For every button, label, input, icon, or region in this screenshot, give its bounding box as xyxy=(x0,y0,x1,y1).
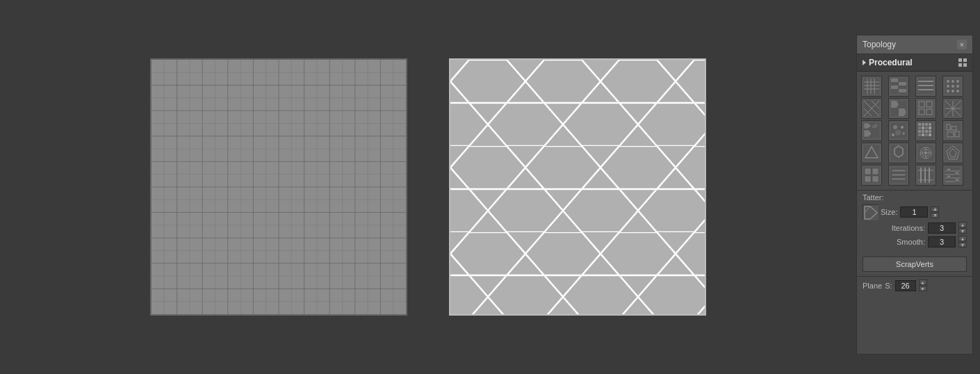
svg-rect-158 xyxy=(955,172,959,174)
svg-rect-118 xyxy=(929,133,931,136)
svg-rect-45 xyxy=(963,58,967,62)
smooth-spin-up[interactable]: ▲ xyxy=(958,236,967,241)
smooth-input[interactable] xyxy=(928,236,956,247)
scrapverts-button[interactable]: ScrapVerts xyxy=(863,257,967,272)
s-spinner: ▲ ▼ xyxy=(919,279,927,291)
svg-rect-159 xyxy=(947,175,951,178)
svg-rect-139 xyxy=(872,168,879,174)
svg-rect-104 xyxy=(922,123,924,126)
svg-point-73 xyxy=(956,90,959,92)
svg-rect-115 xyxy=(918,133,921,136)
pattern-item-1[interactable] xyxy=(861,76,882,97)
s-spin-up[interactable]: ▲ xyxy=(919,279,927,285)
s-input[interactable] xyxy=(895,280,916,291)
iterations-row: Iterations: ▲ ▼ xyxy=(863,222,967,234)
size-spin-down[interactable]: ▼ xyxy=(931,213,939,218)
svg-rect-143 xyxy=(892,170,906,172)
svg-point-97 xyxy=(893,125,897,129)
svg-rect-43 xyxy=(450,60,706,316)
tatter-icon xyxy=(863,204,878,220)
svg-point-99 xyxy=(895,130,901,136)
pattern-item-2[interactable] xyxy=(888,76,909,97)
iterations-spinner: ▲ ▼ xyxy=(958,222,967,234)
svg-rect-134 xyxy=(945,145,961,161)
pattern-item-5[interactable] xyxy=(861,98,882,119)
pattern-item-3[interactable] xyxy=(915,76,936,97)
svg-rect-56 xyxy=(891,79,898,82)
hex-viewport xyxy=(449,58,706,316)
svg-rect-110 xyxy=(929,127,931,129)
s-label: S: xyxy=(885,282,892,290)
procedural-header: Procedural xyxy=(857,54,972,72)
svg-rect-107 xyxy=(918,127,921,129)
svg-rect-109 xyxy=(925,127,928,129)
pattern-item-10[interactable] xyxy=(888,120,909,141)
pattern-item-11[interactable] xyxy=(915,120,936,141)
pattern-item-6[interactable] xyxy=(888,98,909,119)
size-spinner: ▲ ▼ xyxy=(931,206,939,218)
size-input[interactable] xyxy=(900,206,928,218)
pattern-item-12[interactable] xyxy=(942,120,963,141)
collapse-icon[interactable] xyxy=(863,60,866,65)
grid-viewport xyxy=(150,58,407,316)
svg-point-67 xyxy=(956,80,959,83)
svg-rect-108 xyxy=(922,127,924,129)
svg-rect-103 xyxy=(918,123,921,126)
procedural-title-container: Procedural xyxy=(863,58,913,67)
svg-point-70 xyxy=(956,85,959,88)
svg-point-65 xyxy=(947,80,949,83)
svg-point-98 xyxy=(901,126,904,129)
grid-svg xyxy=(152,60,406,314)
iterations-spin-down[interactable]: ▼ xyxy=(958,228,967,234)
svg-rect-157 xyxy=(947,168,951,171)
panel-title: Topology xyxy=(863,40,896,49)
iterations-input[interactable] xyxy=(928,222,956,234)
svg-rect-47 xyxy=(963,63,967,67)
size-spin-up[interactable]: ▲ xyxy=(931,206,939,212)
pattern-item-9[interactable] xyxy=(861,120,882,141)
tatter-label: Tatter: xyxy=(863,193,967,202)
svg-rect-145 xyxy=(892,178,906,180)
main-area xyxy=(0,0,856,374)
iterations-spin-up[interactable]: ▲ xyxy=(958,222,967,227)
hex-svg xyxy=(450,60,706,316)
svg-point-68 xyxy=(947,85,949,88)
pattern-item-20[interactable] xyxy=(942,165,963,186)
tatter-row: Size: ▲ ▼ xyxy=(863,204,967,220)
panel-close-button[interactable]: × xyxy=(957,40,967,49)
smooth-spinner: ▲ ▼ xyxy=(958,236,967,247)
svg-rect-113 xyxy=(925,130,928,133)
svg-rect-105 xyxy=(925,123,928,126)
svg-rect-44 xyxy=(958,58,962,62)
grid-layout-icon xyxy=(958,58,967,67)
topology-panel: Topology × Procedural xyxy=(856,35,973,355)
pattern-item-16[interactable] xyxy=(942,143,963,163)
svg-rect-117 xyxy=(925,133,928,136)
svg-rect-114 xyxy=(929,130,931,133)
iterations-label: Iterations: xyxy=(892,224,925,232)
pattern-item-15[interactable] xyxy=(915,143,936,163)
svg-rect-116 xyxy=(922,133,924,136)
svg-rect-48 xyxy=(864,79,879,94)
plane-label: Plane xyxy=(863,282,882,290)
pattern-grid xyxy=(857,72,972,190)
pattern-item-14[interactable] xyxy=(888,143,909,163)
pattern-item-18[interactable] xyxy=(888,165,909,186)
smooth-spin-down[interactable]: ▼ xyxy=(958,242,967,247)
pattern-item-13[interactable] xyxy=(861,143,882,163)
pattern-item-7[interactable] xyxy=(915,98,936,119)
pattern-item-8[interactable] xyxy=(942,98,963,119)
s-spin-down[interactable]: ▼ xyxy=(919,286,927,291)
svg-rect-160 xyxy=(955,179,959,181)
svg-rect-141 xyxy=(872,176,879,182)
pattern-item-19[interactable] xyxy=(915,165,936,186)
pattern-item-4[interactable] xyxy=(942,76,963,97)
plane-row: Plane S: ▲ ▼ xyxy=(857,276,972,294)
svg-point-101 xyxy=(892,133,895,136)
svg-rect-82 xyxy=(918,101,933,116)
svg-rect-144 xyxy=(892,174,906,176)
svg-rect-112 xyxy=(922,130,924,133)
svg-rect-138 xyxy=(865,168,871,174)
svg-rect-106 xyxy=(929,123,931,126)
pattern-item-17[interactable] xyxy=(861,165,882,186)
